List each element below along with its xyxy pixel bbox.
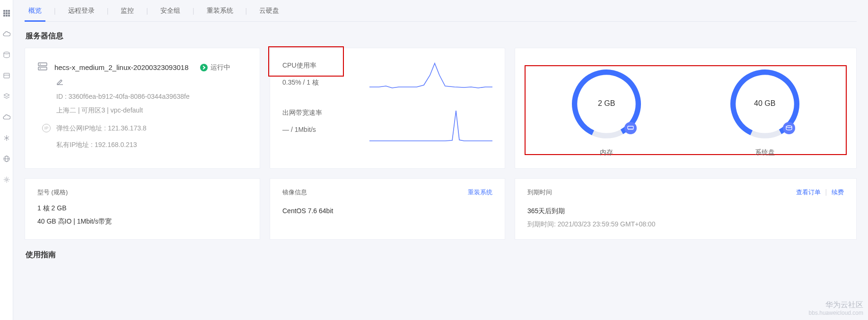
expiry-card: 到期时间 查看订单 | 续费 365天后到期 到期时间: 2021/03/23 …	[515, 178, 857, 240]
status-badge: 运行中	[200, 63, 230, 72]
cloud2-icon[interactable]	[3, 113, 10, 121]
svg-point-19	[40, 68, 41, 69]
spec-disk-bw: 40 GB 高IO | 1Mbit/s带宽	[37, 217, 247, 226]
reinstall-link[interactable]: 重装系统	[468, 188, 492, 197]
network-icon[interactable]	[3, 134, 10, 142]
memory-gauge: 2 GB 内存	[569, 66, 644, 157]
disk-gauge: 40 GB 系统盘	[727, 66, 803, 157]
svg-rect-0	[3, 10, 5, 12]
grid-icon[interactable]	[3, 9, 10, 17]
disk-icon	[783, 122, 795, 134]
spec-title: 型号 (规格)	[37, 188, 247, 197]
svg-rect-17	[38, 67, 47, 70]
server-name: hecs-x_medium_2_linux-20200323093018	[54, 63, 189, 71]
spec-cpu-mem: 1 核 2 GB	[37, 204, 247, 213]
server-icon	[37, 61, 48, 73]
disk-label: 系统盘	[755, 148, 775, 157]
tab-overview[interactable]: 概览	[25, 0, 45, 21]
cloud-icon[interactable]	[3, 30, 10, 38]
section-usage-guide: 使用指南	[26, 250, 857, 260]
section-server-info: 服务器信息	[26, 31, 857, 41]
svg-point-18	[40, 64, 41, 65]
image-value: CentOS 7.6 64bit	[282, 207, 492, 215]
status-running-icon	[200, 64, 208, 71]
svg-rect-7	[6, 15, 8, 17]
view-order-link[interactable]: 查看订单	[796, 189, 821, 196]
server-private-ip: 私有IP地址 : 192.168.0.213	[56, 138, 247, 152]
svg-point-30	[786, 126, 792, 128]
tab-disk[interactable]: 云硬盘	[255, 0, 283, 21]
left-icon-rail	[0, 0, 13, 320]
svg-point-9	[4, 52, 9, 54]
gear-icon[interactable]	[3, 176, 10, 183]
expiry-value: 365天后到期	[527, 207, 844, 216]
globe-icon[interactable]	[3, 155, 10, 163]
svg-rect-4	[6, 12, 8, 14]
expiry-detail: 到期时间: 2021/03/23 23:59:59 GMT+08:00	[527, 220, 844, 229]
server-summary-card: hecs-x_medium_2_linux-20200323093018 运行中…	[25, 48, 260, 169]
tab-monitor[interactable]: 监控	[117, 0, 138, 21]
gauges-card: 2 GB 内存 40 GB	[515, 48, 857, 169]
watermark: 华为云社区 bbs.huaweicloud.com	[809, 300, 863, 317]
image-card: 镜像信息 重装系统 CentOS 7.6 64bit	[270, 178, 505, 240]
tab-security[interactable]: 安全组	[157, 0, 184, 21]
image-title: 镜像信息	[282, 188, 307, 197]
database-icon[interactable]	[3, 51, 10, 59]
net-sparkline	[369, 106, 492, 144]
tabs: 概览 | 远程登录 | 监控 | 安全组 | 重装系统 | 云硬盘	[25, 0, 857, 22]
svg-rect-1	[6, 10, 8, 12]
server-region: 上海二 | 可用区3 | vpc-default	[56, 104, 247, 117]
renew-link[interactable]: 续费	[832, 189, 844, 196]
tab-reinstall[interactable]: 重装系统	[203, 0, 237, 21]
tab-remote[interactable]: 远程登录	[64, 0, 98, 21]
cpu-sparkline	[369, 59, 492, 96]
layers-icon[interactable]	[3, 93, 10, 100]
metrics-card: CPU使用率 0.35% / 1 核 出网带宽速率 — / 1Mbit/s	[270, 48, 505, 169]
edit-icon[interactable]	[56, 78, 247, 87]
svg-rect-6	[3, 15, 5, 17]
ip-badge-icon: IP	[42, 124, 51, 132]
memory-value: 2 GB	[569, 99, 644, 108]
disk-value: 40 GB	[727, 99, 803, 108]
svg-rect-5	[8, 12, 10, 14]
svg-rect-10	[4, 73, 9, 78]
svg-rect-23	[628, 126, 633, 129]
expiry-title: 到期时间	[527, 188, 552, 197]
status-text: 运行中	[210, 63, 230, 72]
svg-rect-2	[8, 10, 10, 12]
spec-card: 型号 (规格) 1 核 2 GB 40 GB 高IO | 1Mbit/s带宽	[25, 178, 260, 240]
svg-rect-16	[38, 63, 47, 66]
server-id: ID : 3360f6ea-b912-40fa-8086-0344a39638f…	[56, 90, 247, 104]
svg-rect-8	[8, 15, 10, 17]
server-eip: 弹性公网IP地址 : 121.36.173.8	[56, 121, 147, 135]
memory-label: 内存	[600, 148, 613, 157]
storage-icon[interactable]	[3, 72, 10, 79]
svg-point-15	[6, 179, 8, 181]
svg-rect-3	[3, 12, 5, 14]
